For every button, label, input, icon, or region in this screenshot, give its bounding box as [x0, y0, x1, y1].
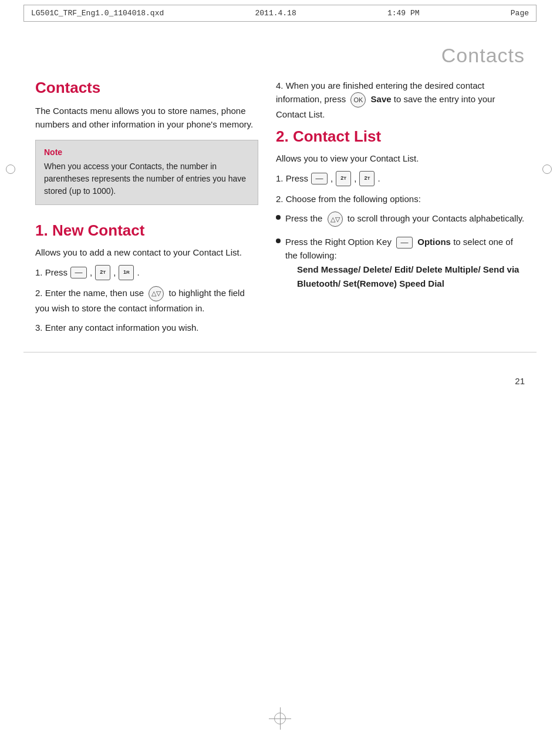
- s2-comma1: ,: [330, 173, 333, 183]
- bullet2-content: Press the Right Option Key — Options to …: [285, 235, 525, 291]
- section2-heading: 2. Contact List: [276, 127, 525, 146]
- options-list: Send Message/ Delete/ Edit/ Delete Multi…: [297, 263, 525, 291]
- note-text: When you access your Contacts, the numbe…: [44, 160, 249, 197]
- period1: .: [137, 267, 139, 277]
- bullet-item-2: Press the Right Option Key — Options to …: [276, 235, 525, 291]
- section2-step2: 2. Choose from the following options:: [276, 192, 525, 206]
- step4-text: 4. When you are finished entering the de…: [276, 79, 525, 122]
- bottom-reg-mark: [274, 713, 286, 724]
- main-content: Contacts The Contacts menu allows you to…: [0, 67, 560, 352]
- options-label: Options: [417, 237, 451, 247]
- scroll-icon-1: △▽: [149, 286, 164, 301]
- btn-dash-2: —: [311, 173, 328, 184]
- comma2: ,: [113, 267, 116, 277]
- bottom-divider: [23, 352, 537, 352]
- reg-mark-left: [6, 164, 18, 176]
- header-bar: LG501C_TRF_Eng1.0_1104018.qxd 2011.4.18 …: [23, 5, 537, 22]
- right-column: 4. When you are finished entering the de…: [276, 79, 525, 340]
- scroll-icon-2: △▽: [328, 211, 343, 227]
- btn-2t-2a: 2T: [336, 171, 351, 186]
- header-time: 1:49 PM: [387, 9, 420, 18]
- btn-2t-2b: 2T: [359, 171, 375, 186]
- step1-prefix: 1. Press: [35, 267, 68, 277]
- bullet-item-1: Press the △▽ to scroll through your Cont…: [276, 211, 525, 227]
- page-title-top: Contacts: [0, 26, 560, 67]
- contacts-main-heading: Contacts: [35, 79, 258, 97]
- header-date: 2011.4.18: [255, 9, 296, 18]
- section1-step1: 1. Press — , 2T , 1R .: [35, 265, 258, 280]
- bullet-dot-2: [276, 239, 281, 243]
- reg-mark-right: [542, 164, 554, 176]
- section1-heading: 1. New Contact: [35, 221, 258, 240]
- bullet1-content: Press the △▽ to scroll through your Cont…: [285, 211, 524, 227]
- btn-dash-1: —: [70, 267, 87, 278]
- note-title: Note: [44, 147, 249, 157]
- s2-comma2: ,: [354, 173, 356, 183]
- header-page: Page: [511, 9, 529, 18]
- section2-step1: 1. Press — , 2T , 2T .: [276, 171, 525, 186]
- btn-2t-1: 2T: [95, 265, 110, 280]
- header-filename: LG501C_TRF_Eng1.0_1104018.qxd: [31, 9, 164, 18]
- s2-period: .: [377, 173, 380, 183]
- section2-body: Allows you to view your Contact List.: [276, 152, 525, 165]
- bullet-dot-1: [276, 215, 281, 220]
- btn-dash-3: —: [396, 237, 413, 249]
- section1-body: Allows you to add a new contact to your …: [35, 246, 258, 259]
- btn-1r: 1R: [119, 265, 134, 280]
- page-number: 21: [0, 364, 560, 386]
- left-column: Contacts The Contacts menu allows you to…: [35, 79, 258, 340]
- s2-step1-prefix: 1. Press: [276, 173, 308, 183]
- step2-text: 2. Enter the name, then use: [35, 288, 144, 298]
- comma1: ,: [90, 267, 92, 277]
- bullet-list: Press the △▽ to scroll through your Cont…: [276, 211, 525, 291]
- note-box: Note When you access your Contacts, the …: [35, 140, 258, 205]
- section1-step3: 3. Enter any contact information you wis…: [35, 321, 258, 334]
- section1-step2: 2. Enter the name, then use △▽ to highli…: [35, 286, 258, 315]
- save-label: Save: [371, 94, 392, 104]
- contacts-intro-text: The Contacts menu allows you to store na…: [35, 104, 258, 132]
- ok-icon: OK: [350, 92, 366, 108]
